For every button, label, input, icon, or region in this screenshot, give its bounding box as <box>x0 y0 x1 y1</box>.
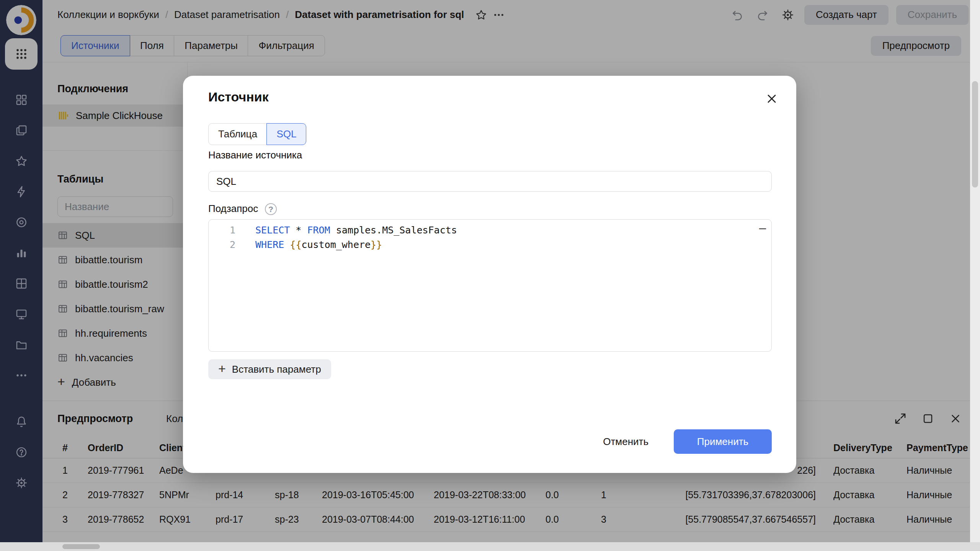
insert-parameter-label: Вставить параметр <box>232 364 321 375</box>
insert-parameter-button[interactable]: + Вставить параметр <box>208 359 331 379</box>
sql-editor-lines: 1SELECT * FROM samples.MS_SalesFacts2WHE… <box>209 223 771 252</box>
datalens-app: Коллекции и воркбуки/Dataset parametrisa… <box>0 0 980 551</box>
line-number: 2 <box>209 239 235 250</box>
code-token: custom_where <box>301 239 371 250</box>
source-modal: Источник ТаблицаSQL Название источника П… <box>183 76 796 473</box>
cancel-button[interactable]: Отменить <box>591 429 660 454</box>
apply-button[interactable]: Применить <box>674 429 772 454</box>
source-type-tab[interactable]: Таблица <box>208 123 267 145</box>
line-number: 1 <box>209 225 235 236</box>
source-name-input[interactable] <box>208 171 772 192</box>
horizontal-scrollbar-thumb[interactable] <box>62 544 100 549</box>
code-token: }} <box>371 239 382 250</box>
plus-icon: + <box>218 362 226 375</box>
source-type-tabs: ТаблицаSQL <box>208 123 306 145</box>
vertical-scrollbar[interactable] <box>970 0 980 542</box>
modal-footer: Отменить Применить <box>591 429 772 454</box>
code-token: FROM <box>307 225 330 236</box>
code-text: WHERE {{custom_where}} <box>235 239 382 250</box>
help-circle-icon[interactable]: ? <box>265 203 277 215</box>
source-name-label: Название источника <box>208 149 302 161</box>
code-token: * <box>290 225 307 236</box>
code-token <box>284 239 290 250</box>
code-token: samples.MS_SalesFacts <box>330 225 457 236</box>
fold-marker[interactable]: — <box>759 221 766 235</box>
scrollbar-corner <box>970 542 980 551</box>
code-token: WHERE <box>255 239 284 250</box>
code-token: {{ <box>290 239 301 250</box>
code-text: SELECT * FROM samples.MS_SalesFacts <box>235 225 457 236</box>
source-type-tab[interactable]: SQL <box>266 123 306 145</box>
modal-title: Источник <box>208 90 269 104</box>
horizontal-scrollbar[interactable] <box>0 542 970 551</box>
code-line: 1SELECT * FROM samples.MS_SalesFacts <box>209 223 771 237</box>
sql-editor[interactable]: 1SELECT * FROM samples.MS_SalesFacts2WHE… <box>208 219 772 352</box>
code-line: 2WHERE {{custom_where}} <box>209 237 771 252</box>
modal-close-icon[interactable] <box>763 90 780 107</box>
code-token: SELECT <box>255 225 290 236</box>
vertical-scrollbar-thumb[interactable] <box>972 81 978 187</box>
subquery-label: Подзапрос <box>208 203 258 215</box>
